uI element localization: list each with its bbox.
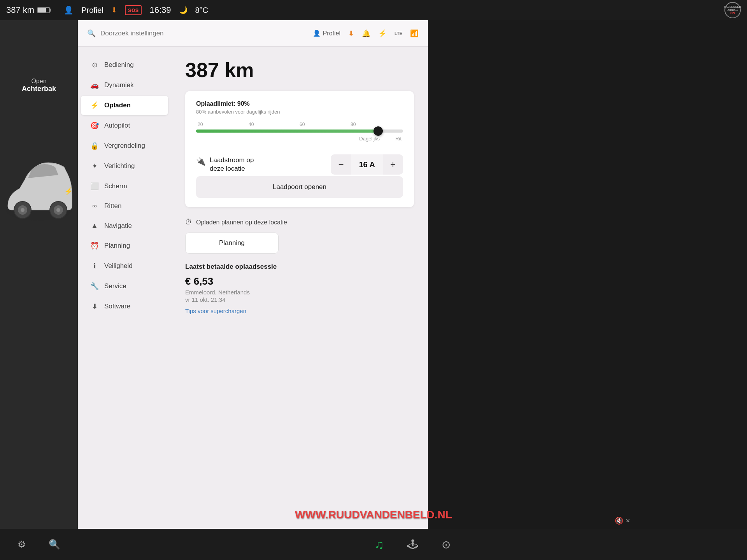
settings-icon[interactable]: ⚙: [18, 539, 26, 550]
sidebar-item-software[interactable]: ⬇ Software: [81, 297, 168, 316]
main-panel: 🔍 👤 Profiel ⬇ 🔔 ⚡ LTE 📶 ⊙ Bediening 🚗 Dy…: [78, 20, 428, 541]
airbag-on-text: ON: [730, 11, 735, 15]
sidebar-item-service[interactable]: 🔧 Service: [81, 276, 168, 296]
service-label: Service: [104, 282, 126, 290]
sidebar-item-vergrendeling[interactable]: 🔒 Vergrendeling: [81, 136, 168, 156]
mute-speaker-icon: 🔇: [615, 516, 623, 525]
dynamiek-label: Dynamiek: [104, 81, 134, 89]
last-session-date: vr 11 okt. 21:34: [185, 296, 414, 303]
charge-limit-label: Oplaadlimiet: 90%: [196, 100, 403, 107]
status-bar-center: 👤 Profiel ⬇ sos 16:39 🌙 8°C: [64, 5, 208, 15]
sidebar-item-veiligheid[interactable]: ℹ Veiligheid: [81, 256, 168, 276]
sidebar-item-dynamiek[interactable]: 🚗 Dynamiek: [81, 75, 168, 95]
ritten-label: Ritten: [104, 202, 121, 210]
bottom-bar-left: ⚙ 🔍: [0, 529, 78, 560]
download-icon: ⬇: [111, 6, 117, 14]
software-label: Software: [104, 303, 130, 310]
search-input[interactable]: [100, 30, 308, 37]
vergrendeling-label: Vergrendeling: [104, 142, 145, 150]
header-bell-icon: 🔔: [362, 29, 370, 38]
status-bar-left: 387 km: [6, 5, 50, 15]
bediening-icon: ⊙: [90, 61, 99, 69]
current-label: Laadstroom opdeze locatie: [210, 156, 254, 173]
current-increase-button[interactable]: +: [383, 154, 403, 175]
planning-button[interactable]: Planning: [185, 233, 279, 254]
sidebar-item-ritten[interactable]: ∞ Ritten: [81, 197, 168, 215]
signal-icon: 📶: [410, 29, 419, 38]
airbag-text: PASSENGER: [724, 5, 741, 9]
car-image-area: ⚡: [0, 109, 78, 258]
header-bluetooth-icon: ⚡: [378, 29, 387, 38]
status-bar-right: PASSENGER AIRBAG ON: [724, 2, 741, 18]
joystick-icon[interactable]: 🕹: [407, 538, 418, 551]
bediening-label: Bediening: [104, 61, 134, 69]
sidebar-item-scherm[interactable]: ⬜ Scherm: [81, 177, 168, 196]
current-value: 16 A: [351, 160, 383, 169]
open-label: Open: [31, 78, 46, 85]
person-icon: 👤: [64, 5, 74, 15]
sidebar-item-planning[interactable]: ⏰ Planning: [81, 236, 168, 256]
slider-footer: Dagelijks Rit: [196, 136, 403, 142]
plug-icon: 🔌: [196, 157, 206, 166]
ritten-icon: ∞: [90, 203, 99, 210]
schedule-section: ⏱ Opladen plannen op deze locatie Planni…: [185, 218, 414, 254]
header-download-icon: ⬇: [348, 29, 354, 38]
spotify-icon[interactable]: ♫: [375, 537, 384, 552]
last-session: Laatst betaalde oplaadsessie € 6,53 Emme…: [185, 263, 414, 315]
current-label-area: 🔌 Laadstroom opdeze locatie: [196, 156, 254, 173]
service-icon: 🔧: [90, 282, 99, 290]
sidebar-item-navigatie[interactable]: ▲ Navigatie: [81, 216, 168, 235]
slider-thumb[interactable]: [374, 126, 383, 136]
slider-label-20: 20: [198, 122, 203, 127]
verlichting-label: Verlichting: [104, 162, 135, 170]
opladen-icon: ⚡: [90, 101, 99, 110]
slider-track[interactable]: [196, 130, 403, 133]
laadpoort-button[interactable]: Laadpoort openen: [196, 176, 403, 198]
current-decrease-button[interactable]: −: [331, 154, 351, 175]
sidebar-item-opladen[interactable]: ⚡ Opladen: [81, 96, 168, 115]
software-icon: ⬇: [90, 302, 99, 311]
vergrendeling-icon: 🔒: [90, 142, 99, 150]
opladen-label: Opladen: [104, 102, 131, 109]
status-bar: 387 km 👤 Profiel ⬇ sos 16:39 🌙 8°C PASSE…: [0, 0, 747, 20]
slider-label-80: 80: [351, 122, 356, 127]
mute-row: 🔇 ✕: [615, 516, 630, 525]
sidebar-item-verlichting[interactable]: ✦ Verlichting: [81, 156, 168, 176]
verlichting-icon: ✦: [90, 162, 99, 170]
search-icon: 🔍: [87, 29, 96, 38]
veiligheid-label: Veiligheid: [104, 262, 133, 270]
planning-icon: ⏰: [90, 242, 99, 250]
sidebar: ⊙ Bediening 🚗 Dynamiek ⚡ Opladen 🎯 Autop…: [78, 47, 171, 541]
achterbak-label: Achterbak: [22, 85, 56, 93]
sidebar-item-autopilot[interactable]: 🎯 Autopilot: [81, 116, 168, 135]
airbag-badge: PASSENGER AIRBAG ON: [724, 2, 741, 18]
content-area: ⊙ Bediening 🚗 Dynamiek ⚡ Opladen 🎯 Autop…: [78, 47, 428, 541]
scherm-icon: ⬜: [90, 182, 99, 191]
search-icon-bottom[interactable]: 🔍: [49, 539, 60, 550]
search-right: 👤 Profiel ⬇ 🔔 ⚡ LTE 📶: [313, 29, 419, 38]
last-session-amount: € 6,53: [185, 275, 414, 287]
watermark: WWW.RUUDVANDENBELD.NL: [295, 509, 452, 521]
supercharge-tips-link[interactable]: Tips voor superchargen: [185, 308, 246, 314]
main-content-area: 387 km Oplaadlimiet: 90% 80% aanbevolen …: [171, 47, 428, 541]
svg-text:⚡: ⚡: [64, 187, 73, 196]
last-session-label: Laatst betaalde oplaadsessie: [185, 263, 414, 271]
app-bar: ♫ 🕹 ⊙: [78, 529, 747, 560]
header-profile: 👤 Profiel: [313, 30, 340, 37]
airbag-line2: AIRBAG: [728, 9, 738, 12]
sos-label: sos: [125, 5, 142, 15]
mute-x-icon: ✕: [626, 518, 630, 524]
profile-label: Profiel: [81, 6, 103, 15]
dynamiek-icon: 🚗: [90, 81, 99, 89]
header-profile-label: Profiel: [323, 30, 340, 37]
steering-wheel-icon[interactable]: ⊙: [442, 538, 451, 551]
time-display: 16:39: [149, 5, 171, 15]
charge-card: Oplaadlimiet: 90% 80% aanbevolen voor da…: [185, 91, 414, 207]
header-person-icon: 👤: [313, 30, 321, 37]
navigatie-label: Navigatie: [104, 222, 132, 230]
current-row: 🔌 Laadstroom opdeze locatie − 16 A +: [196, 154, 403, 175]
battery-icon: [37, 7, 50, 13]
sidebar-item-bediening[interactable]: ⊙ Bediening: [81, 55, 168, 75]
svg-point-6: [21, 208, 25, 212]
autopilot-label: Autopilot: [104, 122, 130, 130]
